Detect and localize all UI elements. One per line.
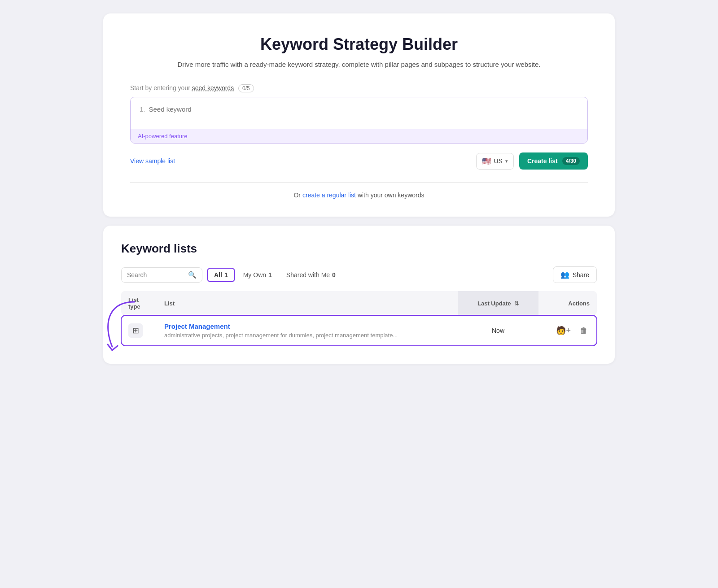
row-actions-cell: 🧑+ 🗑: [538, 315, 597, 346]
list-type-icon: ⊞: [128, 323, 143, 338]
tab-all-label: All: [214, 271, 222, 279]
divider: [130, 182, 588, 183]
table-body: ⊞ Project Management administrative proj…: [121, 315, 597, 346]
tab-my-own[interactable]: My Own 1: [237, 269, 278, 281]
create-regular-list-link[interactable]: create a regular list: [302, 192, 356, 199]
create-list-label: Create list: [527, 157, 558, 165]
keyword-table: List type List Last Update ⇅ Actions ⊞ P…: [121, 291, 597, 346]
table-head: List type List Last Update ⇅ Actions: [121, 291, 597, 315]
table-row: ⊞ Project Management administrative proj…: [121, 315, 597, 346]
tab-shared-label: Shared with Me: [286, 271, 330, 279]
or-text: Or: [293, 192, 302, 199]
seed-label-row: Start by entering your seed keywords 0/5: [130, 84, 588, 92]
ai-powered-banner: AI-powered feature: [131, 129, 587, 143]
sort-icon: ⇅: [514, 301, 519, 307]
list-name[interactable]: Project Management: [164, 322, 451, 330]
trash-icon: 🗑: [580, 326, 588, 335]
chevron-down-icon: ▾: [505, 158, 508, 164]
add-person-button[interactable]: 🧑+: [554, 324, 573, 337]
flag-emoji: 🇺🇸: [482, 157, 491, 166]
tab-my-own-count: 1: [268, 271, 272, 279]
seed-keyword-input[interactable]: [149, 105, 578, 113]
ai-powered-text: AI-powered feature: [138, 133, 188, 139]
or-suffix-text: with your own keywords: [356, 192, 425, 199]
top-card: Keyword Strategy Builder Drive more traf…: [103, 13, 615, 217]
seed-input-area[interactable]: 1.: [131, 97, 587, 129]
seed-input-wrapper: 1. AI-powered feature: [130, 97, 588, 144]
search-icon: 🔍: [188, 271, 197, 279]
grid-icon: ⊞: [132, 326, 139, 335]
tab-shared-with-me[interactable]: Shared with Me 0: [280, 269, 342, 281]
share-users-icon: 👥: [560, 270, 569, 279]
col-list: List: [157, 291, 458, 315]
bottom-card: Keyword lists 🔍 All 1 My Own 1 Shared wi: [103, 226, 615, 364]
input-number: 1.: [140, 105, 145, 113]
table-header-row: List type List Last Update ⇅ Actions: [121, 291, 597, 315]
view-sample-link[interactable]: View sample list: [130, 157, 175, 165]
search-box[interactable]: 🔍: [121, 267, 202, 283]
tab-all[interactable]: All 1: [207, 268, 235, 282]
row-last-update-cell: Now: [458, 315, 538, 346]
or-row: Or create a regular list with your own k…: [130, 192, 588, 199]
list-keywords: administrative projects, project managem…: [164, 332, 398, 339]
row-list-type-cell: ⊞: [121, 315, 157, 346]
add-person-icon: 🧑+: [556, 326, 571, 335]
col-actions: Actions: [538, 291, 597, 315]
share-button-label: Share: [573, 271, 589, 279]
filter-row: 🔍 All 1 My Own 1 Shared with Me 0 👥: [121, 266, 597, 283]
share-button[interactable]: 👥 Share: [553, 266, 597, 283]
country-code: US: [494, 157, 502, 165]
delete-button[interactable]: 🗑: [578, 324, 590, 337]
right-actions: 🇺🇸 US ▾ Create list 4/30: [476, 152, 588, 170]
search-input[interactable]: [127, 271, 185, 279]
seed-label-text: Start by entering your: [130, 84, 192, 91]
tab-all-count: 1: [224, 271, 228, 279]
create-list-badge: 4/30: [562, 157, 580, 165]
page-subtitle: Drive more traffic with a ready-made key…: [130, 59, 588, 70]
last-update-label: Last Update: [477, 300, 511, 307]
tab-my-own-label: My Own: [243, 271, 266, 279]
tab-group: All 1 My Own 1 Shared with Me 0: [207, 268, 342, 282]
page-title: Keyword Strategy Builder: [130, 35, 588, 54]
action-row: View sample list 🇺🇸 US ▾ Create list 4/3…: [130, 152, 588, 170]
actions-cell: 🧑+ 🗑: [546, 324, 590, 337]
col-list-type: List type: [121, 291, 157, 315]
row-list-cell: Project Management administrative projec…: [157, 315, 458, 346]
filter-left: 🔍 All 1 My Own 1 Shared with Me 0: [121, 267, 342, 283]
country-selector[interactable]: 🇺🇸 US ▾: [476, 153, 513, 170]
keyword-lists-title: Keyword lists: [121, 242, 597, 256]
seed-counter: 0/5: [238, 84, 254, 92]
seed-keywords-link[interactable]: seed keywords: [192, 84, 234, 91]
tab-shared-count: 0: [332, 271, 336, 279]
col-last-update[interactable]: Last Update ⇅: [458, 291, 538, 315]
create-list-button[interactable]: Create list 4/30: [519, 152, 588, 170]
